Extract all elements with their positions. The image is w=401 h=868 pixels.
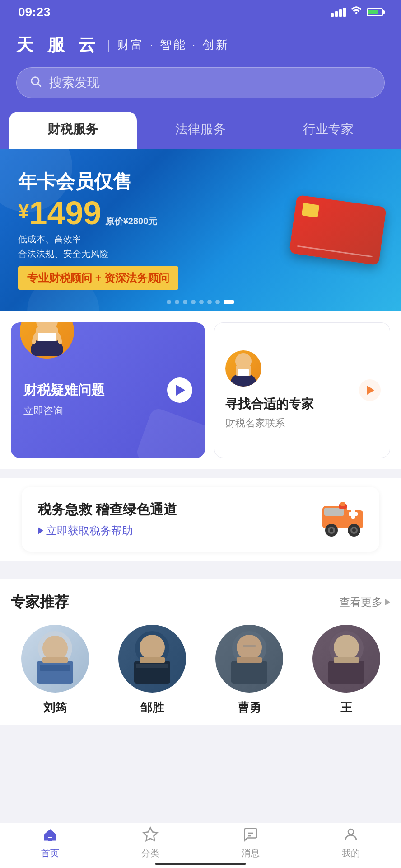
expert-photo-liu	[21, 625, 89, 693]
expert-photo-wang	[312, 625, 380, 693]
svg-rect-9	[238, 369, 249, 376]
svg-rect-32	[136, 664, 168, 668]
price-symbol: ¥	[18, 201, 29, 221]
svg-point-40	[334, 635, 359, 660]
expert-card-cao[interactable]: 曹勇	[205, 625, 293, 716]
banner-dot	[183, 300, 187, 304]
expert-avatar-small	[225, 350, 261, 387]
banner-dot	[207, 300, 212, 304]
section-header: 专家推荐 查看更多	[11, 592, 390, 612]
banner-dot-active	[224, 300, 234, 304]
expert-card-liu[interactable]: 刘筠	[11, 625, 99, 716]
signal-icon	[331, 8, 346, 17]
svg-rect-31	[140, 657, 165, 663]
svg-marker-43	[144, 828, 157, 841]
category-icon	[140, 825, 160, 844]
svg-rect-22	[340, 502, 345, 506]
see-more-button[interactable]: 查看更多	[339, 595, 390, 609]
svg-line-1	[38, 84, 41, 86]
svg-point-20	[352, 528, 356, 532]
consult-section: 财税疑难问题 立即咨询 寻找合适的专家 财税名家联系	[0, 311, 401, 469]
svg-point-30	[140, 635, 165, 660]
banner-dots	[167, 300, 234, 304]
nav-item-profile[interactable]: 我的	[301, 823, 401, 861]
nav-item-message[interactable]: 消息	[200, 823, 301, 861]
banner-line1: 低成本、高效率 合法法规、安全无风险	[18, 232, 383, 261]
svg-rect-14	[351, 509, 355, 519]
emergency-section[interactable]: 税务急救 稽查绿色通道 立即获取税务帮助	[22, 487, 379, 552]
arrow-right-icon	[367, 386, 374, 395]
emergency-text: 税务急救 稽查绿色通道 立即获取税务帮助	[38, 500, 177, 538]
tab-hangye[interactable]: 行业专家	[264, 112, 392, 149]
expert-name-wang: 王	[340, 700, 352, 716]
status-icons	[331, 6, 383, 18]
banner-content: 年卡会员仅售 ¥ 1499 原价¥2800元 低成本、高效率 合法法规、安全无风…	[18, 170, 383, 290]
status-bar: 09:23	[0, 0, 401, 24]
app-name: 天 服 云	[16, 33, 100, 57]
banner-title: 年卡会员仅售	[18, 170, 383, 193]
emergency-link[interactable]: 立即获取税务帮助	[38, 524, 177, 538]
expert-card-wang[interactable]: 王	[302, 625, 390, 716]
experts-section: 专家推荐 查看更多 刘筠	[0, 579, 401, 725]
tab-bar: 财税服务 法律服务 行业专家	[9, 112, 392, 149]
tab-falv[interactable]: 法律服务	[137, 112, 265, 149]
svg-rect-27	[42, 657, 68, 663]
home-icon	[40, 825, 60, 844]
svg-rect-39	[328, 661, 364, 684]
expert-card-title: 寻找合适的专家	[225, 396, 314, 413]
consult-card-right[interactable]: 寻找合适的专家 财税名家联系	[214, 322, 390, 458]
expert-card-zou[interactable]: 邹胜	[108, 625, 196, 716]
app-title: 天 服 云 | 财富 · 智能 · 创新	[16, 33, 385, 57]
banner-dot	[191, 300, 196, 304]
promo-banner[interactable]: 年卡会员仅售 ¥ 1499 原价¥2800元 低成本、高效率 合法法规、安全无风…	[0, 149, 401, 311]
emergency-link-arrow-icon	[38, 527, 43, 534]
svg-rect-25	[40, 665, 70, 671]
tab-caishui[interactable]: 财税服务	[9, 112, 137, 149]
see-more-arrow-icon	[385, 599, 390, 605]
svg-rect-37	[243, 645, 256, 647]
consult-card-left[interactable]: 财税疑难问题 立即咨询	[11, 322, 205, 458]
svg-rect-36	[237, 657, 262, 663]
message-icon	[241, 825, 261, 844]
consult-avatar	[20, 322, 74, 359]
banner-dot	[215, 300, 220, 304]
app-tagline: 财富 · 智能 · 创新	[117, 37, 229, 53]
wifi-icon	[350, 6, 362, 18]
banner-ribbon: 专业财税顾问 + 资深法务顾问	[18, 266, 178, 290]
svg-point-0	[32, 77, 39, 84]
svg-point-17	[330, 528, 333, 532]
title-divider: |	[107, 38, 110, 52]
profile-icon	[341, 825, 361, 844]
header: 天 服 云 | 财富 · 智能 · 创新 搜索发现	[0, 24, 401, 112]
banner-dot	[175, 300, 179, 304]
banner-dot	[167, 300, 171, 304]
play-button[interactable]	[167, 377, 192, 403]
emergency-title: 税务急救 稽查绿色通道	[38, 500, 177, 519]
expert-photo-cao	[215, 625, 283, 693]
bottom-nav: 首页 分类 消息 我的	[0, 823, 401, 868]
search-placeholder-text: 搜索发现	[49, 74, 100, 91]
svg-rect-5	[38, 333, 56, 341]
nav-label-profile: 我的	[342, 847, 360, 859]
nav-label-category: 分类	[141, 847, 159, 859]
svg-rect-41	[334, 657, 359, 663]
search-bar[interactable]: 搜索发现	[16, 67, 385, 98]
banner-container[interactable]: 年卡会员仅售 ¥ 1499 原价¥2800元 低成本、高效率 合法法规、安全无风…	[0, 149, 401, 311]
status-time: 09:23	[18, 5, 51, 19]
banner-dot	[199, 300, 204, 304]
battery-icon	[367, 8, 383, 16]
svg-rect-12	[324, 508, 344, 516]
expert-name-cao: 曹勇	[238, 700, 261, 716]
experts-grid: 刘筠 邹胜	[11, 625, 390, 716]
expert-name-liu: 刘筠	[43, 700, 67, 716]
expert-arrow-button[interactable]	[359, 379, 381, 401]
banner-price: ¥ 1499 原价¥2800元	[18, 197, 383, 229]
nav-item-home[interactable]: 首页	[0, 823, 100, 861]
svg-rect-42	[48, 838, 52, 842]
nav-label-message: 消息	[242, 847, 260, 859]
original-price: 原价¥2800元	[105, 217, 158, 226]
search-icon	[29, 75, 42, 91]
nav-item-category[interactable]: 分类	[100, 823, 200, 861]
svg-point-26	[42, 636, 68, 661]
tabs-container: 财税服务 法律服务 行业专家	[0, 112, 401, 149]
